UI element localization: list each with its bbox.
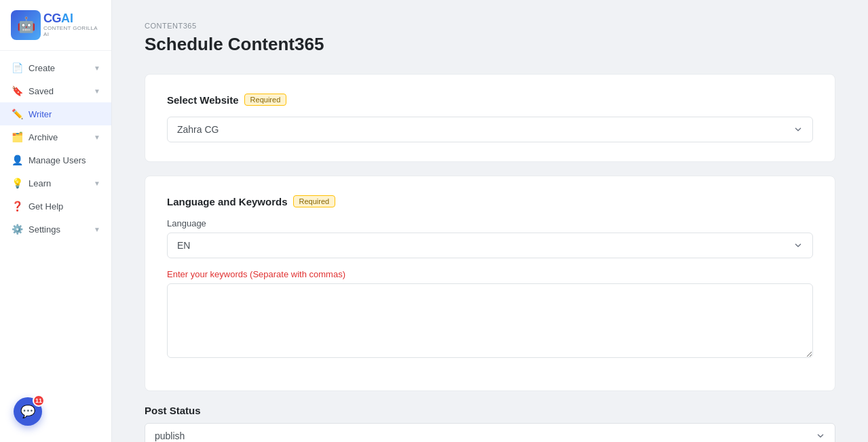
breadcrumb: CONTENT365 xyxy=(145,22,835,30)
logo-area: 🤖 CG AI CONTENT GORILLA AI xyxy=(0,0,111,51)
page-title: Schedule Content365 xyxy=(145,34,835,55)
logo-robot-icon: 🤖 xyxy=(11,10,41,40)
language-keywords-required-badge: Required xyxy=(293,195,336,207)
manage-users-icon: 👤 xyxy=(11,154,23,166)
language-keywords-section: Language and Keywords Required Language … xyxy=(145,176,835,391)
sidebar-item-label: Learn xyxy=(29,178,51,188)
post-status-select[interactable]: publish draft pending xyxy=(145,423,835,442)
settings-icon: ⚙️ xyxy=(11,223,23,235)
create-icon: 📄 xyxy=(11,62,23,74)
language-keywords-header: Language and Keywords Required xyxy=(167,195,813,207)
select-website-required-badge: Required xyxy=(244,94,287,106)
chevron-down-icon: ▼ xyxy=(94,87,100,95)
sidebar-item-settings[interactable]: ⚙️ Settings ▼ xyxy=(0,218,111,241)
writer-icon: ✏️ xyxy=(11,108,23,120)
main-content: CONTENT365 Schedule Content365 Select We… xyxy=(112,0,868,442)
saved-icon: 🔖 xyxy=(11,85,23,97)
learn-icon: 💡 xyxy=(11,177,23,189)
chevron-down-icon: ▼ xyxy=(94,226,100,233)
chevron-down-icon: ▼ xyxy=(94,64,100,72)
sidebar-item-label: Archive xyxy=(29,132,58,142)
chat-badge: 11 xyxy=(33,395,45,407)
sidebar-item-label: Manage Users xyxy=(29,155,86,165)
select-website-section: Select Website Required Zahra CG xyxy=(145,74,835,162)
sidebar-item-manage-users[interactable]: 👤 Manage Users xyxy=(0,148,111,172)
post-status-label: Post Status xyxy=(145,405,835,416)
language-group: Language EN FR DE ES xyxy=(167,218,813,258)
sidebar-item-learn[interactable]: 💡 Learn ▼ xyxy=(0,172,111,195)
archive-icon: 🗂️ xyxy=(11,131,23,143)
sidebar-item-saved[interactable]: 🔖 Saved ▼ xyxy=(0,79,111,102)
chat-bubble[interactable]: 💬 11 xyxy=(14,397,42,426)
sidebar-item-writer[interactable]: ✏️ Writer xyxy=(0,102,111,125)
sidebar-item-get-help[interactable]: ❓ Get Help xyxy=(0,195,111,218)
language-label: Language xyxy=(167,218,813,228)
sidebar-item-archive[interactable]: 🗂️ Archive ▼ xyxy=(0,125,111,148)
sidebar-item-label: Writer xyxy=(29,109,52,119)
keywords-label: Enter your keywords (Separate with comma… xyxy=(167,269,813,279)
select-website-header: Select Website Required xyxy=(167,94,813,106)
chevron-down-icon: ▼ xyxy=(94,180,100,187)
chat-icon: 💬 xyxy=(20,404,35,419)
main-nav: 📄 Create ▼ 🔖 Saved ▼ ✏️ Writer 🗂️ Archiv… xyxy=(0,51,111,246)
sidebar-item-label: Saved xyxy=(29,86,54,96)
website-select[interactable]: Zahra CG xyxy=(167,117,813,142)
post-status-section: Post Status publish draft pending xyxy=(145,405,835,442)
sidebar-item-label: Settings xyxy=(29,224,60,235)
language-select[interactable]: EN FR DE ES xyxy=(167,233,813,258)
logo-ai-text: AI xyxy=(61,12,73,26)
language-keywords-label: Language and Keywords xyxy=(167,196,288,207)
logo-subtitle: CONTENT GORILLA AI xyxy=(43,26,100,38)
get-help-icon: ❓ xyxy=(11,200,23,212)
chevron-down-icon: ▼ xyxy=(94,134,100,141)
sidebar-item-label: Create xyxy=(29,63,55,73)
sidebar: 🤖 CG AI CONTENT GORILLA AI 📄 Create ▼ 🔖 … xyxy=(0,0,112,442)
keywords-textarea[interactable] xyxy=(167,283,813,358)
keywords-group: Enter your keywords (Separate with comma… xyxy=(167,269,813,361)
select-website-label: Select Website xyxy=(167,94,239,106)
logo-cg-text: CG xyxy=(43,12,61,26)
sidebar-item-label: Get Help xyxy=(29,201,63,212)
sidebar-item-create[interactable]: 📄 Create ▼ xyxy=(0,56,111,79)
